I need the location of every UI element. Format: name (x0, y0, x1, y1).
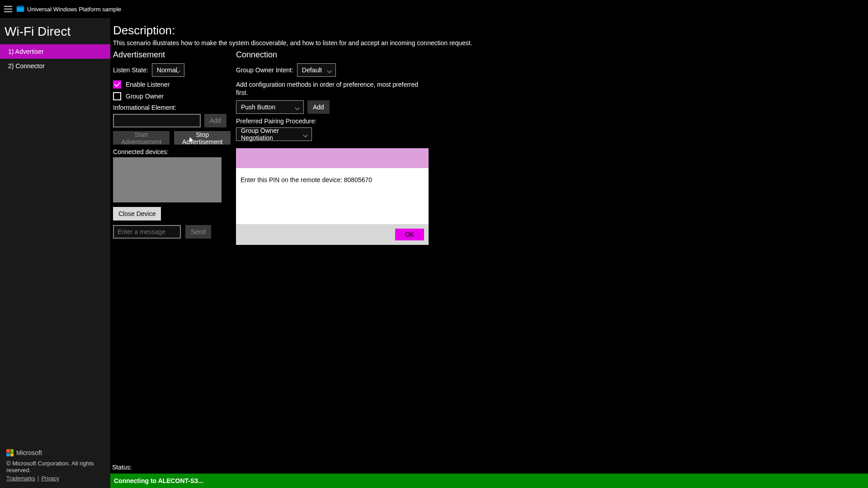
connected-devices-label: Connected devices: (113, 148, 231, 155)
microsoft-label: Microsoft (16, 449, 42, 456)
config-methods-note: Add configuration methods in order of pr… (236, 80, 430, 97)
status-bar: Connecting to ALECONT-S3... (110, 474, 868, 488)
nav-item-advertiser[interactable]: 1) Advertiser (0, 44, 110, 59)
description-heading: Description: (113, 23, 865, 38)
group-owner-intent-select[interactable]: Default (297, 63, 336, 77)
group-owner-checkbox[interactable] (113, 92, 121, 100)
chevron-down-icon (295, 105, 300, 109)
config-method-select[interactable]: Push Button (236, 100, 304, 114)
title-bar: Universal Windows Platform sample (0, 0, 868, 18)
microsoft-brand: Microsoft (6, 449, 104, 456)
chevron-down-icon (176, 68, 180, 72)
listen-state-label: Listen State: (113, 66, 148, 74)
sidebar-title: Wi-Fi Direct (0, 18, 110, 44)
config-method-add-button[interactable]: Add (307, 100, 330, 114)
hamburger-menu-icon[interactable] (2, 3, 14, 15)
group-owner-intent-label: Group Owner Intent: (236, 66, 293, 74)
info-element-input[interactable] (113, 114, 201, 127)
connected-devices-list[interactable] (113, 157, 222, 202)
svg-rect-1 (17, 6, 24, 7)
info-element-label: Informational Element: (113, 104, 231, 111)
message-input[interactable] (113, 225, 181, 239)
enable-listener-checkbox[interactable] (113, 80, 121, 89)
pin-dialog: Enter this PIN on the remote device: 808… (236, 148, 429, 245)
trademarks-link[interactable]: Trademarks (6, 475, 35, 482)
nav-item-connector[interactable]: 2) Connector (0, 59, 110, 73)
group-owner-label: Group Owner (126, 93, 164, 100)
copyright-text: © Microsoft Corporation. All rights rese… (6, 460, 104, 474)
info-element-add-button[interactable]: Add (204, 114, 226, 127)
chevron-down-icon (303, 132, 308, 136)
svg-rect-0 (17, 7, 24, 12)
preferred-pairing-select[interactable]: Group Owner Negotiation (236, 127, 312, 141)
app-icon (16, 5, 24, 13)
listen-state-select[interactable]: Normal (152, 63, 184, 77)
sidebar: Wi-Fi Direct 1) Advertiser 2) Connector … (0, 18, 110, 488)
pin-dialog-message: Enter this PIN on the remote device: 808… (236, 168, 429, 224)
status-label: Status: (112, 464, 866, 471)
advertisement-title: Advertisement (113, 50, 231, 60)
connection-title: Connection (236, 50, 430, 60)
enable-listener-label: Enable Listener (126, 81, 170, 88)
status-message: Connecting to ALECONT-S3... (114, 477, 203, 484)
description-text: This scenario illustrates how to make th… (113, 39, 865, 47)
pin-value: 80805670 (344, 176, 372, 183)
chevron-down-icon (327, 68, 332, 72)
close-device-button[interactable]: Close Device (113, 207, 161, 221)
start-advertisement-button[interactable]: Start Advertisement (113, 131, 170, 145)
send-button[interactable]: Send (185, 225, 211, 239)
preferred-pairing-label: Preferred Pairing Procedure: (236, 117, 430, 125)
pin-dialog-header (236, 148, 429, 168)
microsoft-logo-icon (6, 449, 14, 456)
privacy-link[interactable]: Privacy (41, 475, 59, 482)
sidebar-footer: Microsoft © Microsoft Corporation. All r… (0, 446, 110, 488)
pin-dialog-ok-button[interactable]: OK (395, 229, 424, 240)
app-title: Universal Windows Platform sample (27, 6, 121, 13)
stop-advertisement-button[interactable]: Stop Advertisement (174, 131, 231, 145)
